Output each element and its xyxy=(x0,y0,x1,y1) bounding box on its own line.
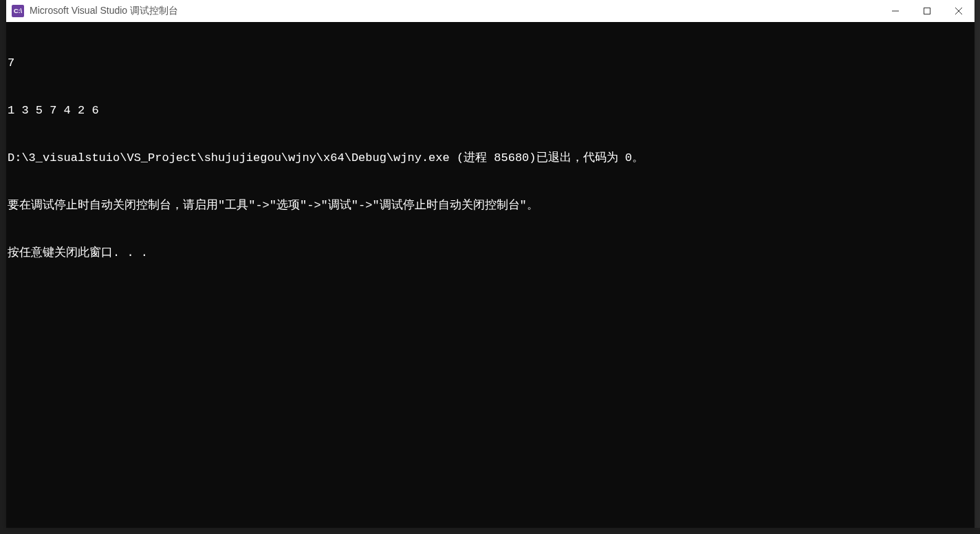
close-icon xyxy=(955,8,962,14)
window-title: Microsoft Visual Studio 调试控制台 xyxy=(30,5,880,17)
close-button[interactable] xyxy=(943,0,974,22)
background-strip-left xyxy=(0,0,6,534)
console-line: 按任意键关闭此窗口. . . xyxy=(8,245,974,261)
maximize-button[interactable] xyxy=(911,0,943,22)
background-strip-bottom xyxy=(0,528,980,534)
console-line: 要在调试停止时自动关闭控制台，请启用"工具"->"选项"->"调试"->"调试停… xyxy=(8,197,974,213)
console-output[interactable]: 7 1 3 5 7 4 2 6 D:\3_visualstuio\VS_Proj… xyxy=(6,22,974,528)
svg-rect-1 xyxy=(924,8,930,14)
minimize-icon xyxy=(892,8,899,14)
console-window: C:\ Microsoft Visual Studio 调试控制台 7 xyxy=(6,0,974,528)
app-icon: C:\ xyxy=(12,5,24,17)
titlebar[interactable]: C:\ Microsoft Visual Studio 调试控制台 xyxy=(6,0,974,22)
console-line: 7 xyxy=(8,55,974,71)
maximize-icon xyxy=(924,8,930,14)
console-line: D:\3_visualstuio\VS_Project\shujujiegou\… xyxy=(8,150,974,166)
minimize-button[interactable] xyxy=(880,0,911,22)
console-line: 1 3 5 7 4 2 6 xyxy=(8,103,974,118)
window-controls xyxy=(880,0,974,22)
